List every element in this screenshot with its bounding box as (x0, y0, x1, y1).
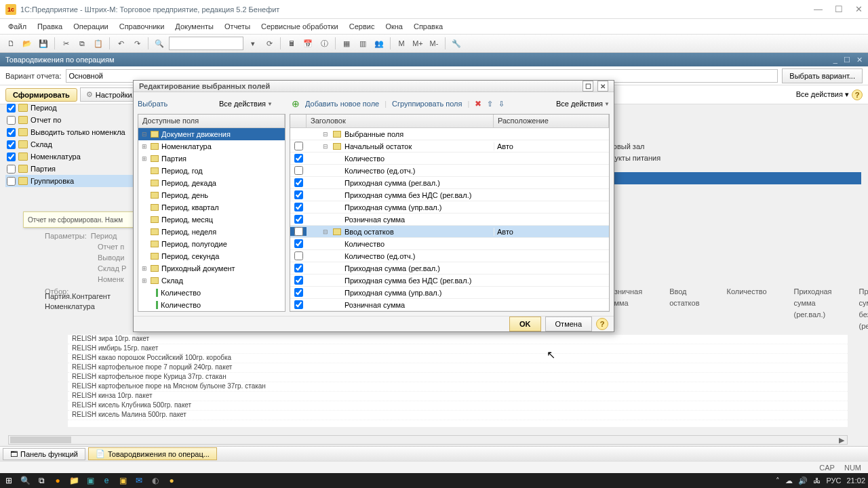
choose-variant-button[interactable]: Выбрать вариант... (782, 68, 863, 83)
all-actions-right[interactable]: Все действия▼ (556, 100, 610, 108)
new-icon[interactable]: 🗋 (4, 37, 18, 50)
expand-icon[interactable]: ⊞ (141, 155, 148, 162)
list-item[interactable]: RELISH картофельное пюре на Мясном бульо… (68, 382, 848, 392)
menu-reports[interactable]: Отчеты (220, 21, 254, 32)
choose-link[interactable]: Выбрать (138, 100, 167, 108)
all-actions-left[interactable]: Все действия▼ (219, 100, 273, 108)
search-input[interactable] (169, 37, 243, 50)
expand-icon[interactable]: ⊟ (307, 228, 331, 235)
tray-up-icon[interactable]: ˄ (776, 476, 780, 485)
filter-checkbox[interactable] (7, 152, 16, 161)
field-checkbox[interactable] (294, 264, 303, 272)
table-icon[interactable]: ▦ (340, 37, 353, 50)
filter-row[interactable]: Номенклатура (5, 150, 133, 163)
list-item[interactable]: RELISH имбирь 15гр. пакет (68, 344, 848, 354)
list-item[interactable]: RELISH какао порошок Российский 100гр. к… (68, 354, 848, 363)
available-field-row[interactable]: Период, декада (138, 177, 285, 189)
move-down-icon[interactable]: ⇩ (498, 100, 505, 108)
available-field-row[interactable]: Период, полугодие (138, 238, 285, 250)
selected-field-row[interactable]: Приходная сумма (упр.вал.) (290, 201, 609, 214)
available-field-row[interactable]: ⊞Номенклатура (138, 140, 285, 152)
menu-service-proc[interactable]: Сервисные обработки (257, 21, 342, 32)
selected-field-row[interactable]: Количество (290, 238, 609, 250)
app2-icon[interactable]: ▣ (117, 474, 129, 487)
field-checkbox[interactable] (294, 215, 303, 224)
dropdown-icon[interactable]: ▾ (246, 37, 260, 50)
outlook-icon[interactable]: ✉ (133, 474, 145, 487)
available-field-row[interactable]: ⊞Приходный документ (138, 262, 285, 274)
maximize-icon[interactable]: ☐ (835, 4, 843, 14)
help-icon[interactable]: ? (852, 89, 863, 100)
cancel-button[interactable]: Отмена (545, 317, 592, 331)
run-report-button[interactable]: Сформировать (5, 88, 77, 102)
filter-checkbox[interactable] (7, 104, 16, 113)
field-checkbox[interactable] (294, 300, 303, 309)
menu-windows[interactable]: Окна (381, 21, 407, 32)
dialog-close-icon[interactable]: ✕ (597, 81, 608, 92)
field-checkbox[interactable] (294, 288, 303, 297)
close-icon[interactable]: ✕ (855, 4, 863, 14)
1c-taskbar-icon[interactable]: ● (165, 474, 178, 487)
field-checkbox[interactable] (294, 239, 303, 248)
filter-row[interactable]: Период (5, 102, 133, 114)
m-minus-button[interactable]: M- (427, 37, 441, 50)
selected-field-row[interactable]: Приходная сумма (рег.вал.) (290, 262, 609, 274)
filter-checkbox[interactable] (7, 140, 16, 149)
filter-row[interactable]: Группировка (5, 175, 133, 187)
available-field-row[interactable]: Период, месяц (138, 214, 285, 226)
open-icon[interactable]: 📂 (20, 37, 34, 50)
chart-icon[interactable]: ▥ (356, 37, 370, 50)
doc-min-icon[interactable]: _ (833, 56, 837, 64)
available-field-row[interactable]: Количество (138, 299, 285, 311)
expand-icon[interactable]: ⊞ (141, 143, 148, 150)
ok-button[interactable]: OK (509, 317, 541, 331)
field-checkbox[interactable] (294, 166, 303, 175)
group-fields-link[interactable]: Сгруппировать поля (392, 100, 462, 108)
available-field-row[interactable]: ⊞Склад (138, 274, 285, 287)
save-icon[interactable]: 💾 (37, 37, 50, 50)
list-item[interactable]: RELISH картофельное пюре 7 порций 240гр.… (68, 363, 848, 373)
field-checkbox[interactable] (294, 154, 303, 163)
delete-icon[interactable]: ✖ (475, 99, 481, 108)
available-field-row[interactable]: ⊟Документ движения (138, 128, 285, 140)
menu-service[interactable]: Сервис (345, 21, 379, 32)
filter-row[interactable]: Партия (5, 163, 133, 175)
expand-icon[interactable]: ⊞ (141, 277, 148, 284)
start-icon[interactable]: ⊞ (3, 474, 15, 487)
expand-icon[interactable]: ⊟ (307, 143, 331, 150)
info-icon[interactable]: ⓘ (317, 37, 331, 50)
move-up-icon[interactable]: ⇧ (487, 100, 493, 108)
add-icon[interactable]: ⊕ (292, 98, 300, 109)
selected-field-row[interactable]: Розничная сумма (290, 299, 609, 311)
filter-checkbox[interactable] (7, 177, 16, 186)
list-item[interactable]: RELISH зира 10гр. пакет (68, 335, 848, 344)
firefox-icon[interactable]: ● (52, 474, 64, 487)
doc-max-icon[interactable]: ☐ (844, 56, 850, 64)
tray-volume-icon[interactable]: 🔊 (798, 476, 808, 485)
horizontal-scrollbar[interactable]: ▶ (8, 435, 848, 445)
field-checkbox[interactable] (294, 276, 303, 285)
selected-field-row[interactable]: Количество (ед.отч.) (290, 250, 609, 262)
copy-icon[interactable]: ⧉ (75, 37, 89, 50)
tab-functions-panel[interactable]: 🗔Панель функций (3, 448, 85, 460)
selected-root-row[interactable]: ⊟ Выбранные поля (290, 128, 609, 140)
field-checkbox[interactable] (294, 227, 303, 236)
filter-checkbox[interactable] (7, 116, 16, 125)
tray-onedrive-icon[interactable]: ☁ (785, 476, 793, 485)
selected-field-row[interactable]: Розничная сумма (290, 214, 609, 226)
dialog-help-icon[interactable]: ? (596, 318, 608, 330)
list-item[interactable]: RELISH картофельное пюре Курица 37гр. ст… (68, 373, 848, 382)
filter-row[interactable]: Склад (5, 138, 133, 150)
app1-icon[interactable]: ▣ (84, 474, 96, 487)
field-checkbox[interactable] (294, 251, 303, 260)
refresh-icon[interactable]: ⟳ (262, 37, 276, 50)
minimize-icon[interactable]: — (814, 4, 823, 14)
available-field-row[interactable]: Период, неделя (138, 226, 285, 238)
available-field-row[interactable]: Период, день (138, 189, 285, 201)
scroll-right-icon[interactable]: ▶ (836, 436, 847, 445)
expand-icon[interactable]: ⊟ (141, 131, 148, 138)
scroll-thumb[interactable] (10, 436, 71, 443)
redo-icon[interactable]: ↷ (130, 37, 144, 50)
app3-icon[interactable]: ◐ (149, 474, 161, 487)
undo-icon[interactable]: ↶ (114, 37, 127, 50)
